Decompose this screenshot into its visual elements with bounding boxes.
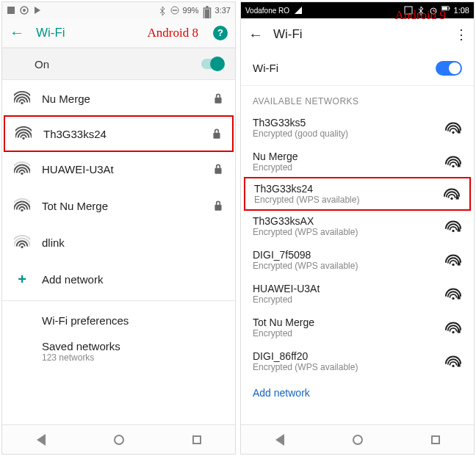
network-row[interactable]: Tot Nu Merge [2,187,235,224]
network-name: Tot Nu Merge [42,200,108,212]
plus-icon: + [14,271,30,288]
wifi-signal-icon [444,253,462,267]
svg-rect-0 [7,7,15,14]
add-network-label: Add network [42,273,103,286]
svg-rect-35 [458,330,461,333]
svg-point-22 [452,131,454,134]
nav-back-icon[interactable] [275,434,284,446]
network-row[interactable]: DIGI_86ff20Encrypted (WPS available) [241,344,474,378]
toggle-switch[interactable] [201,59,223,69]
bluetooth-icon [416,6,425,15]
network-name: DIGI_7f5098 [253,249,444,261]
svg-rect-9 [214,98,221,104]
network-name: DIGI_86ff20 [253,350,444,362]
lock-icon [212,128,222,140]
statusbar: 99% 3:37 [2,2,235,18]
network-subtitle: Encrypted [253,162,444,173]
appbar: ← Wi-Fi Android 8 ? [2,18,235,48]
svg-point-12 [21,173,23,175]
wifi-master-toggle-row[interactable]: Wi-Fi [241,51,474,86]
phone-android8: 99% 3:37 ← Wi-Fi Android 8 ? On Nu Merge… [1,1,236,455]
nav-recents-icon[interactable] [431,435,440,444]
wifi-signal-icon [444,354,462,369]
nfc-icon [404,6,413,15]
svg-point-32 [452,297,454,300]
wifi-signal-icon [444,120,462,135]
overflow-menu-icon[interactable]: ⋮ [455,26,466,43]
svg-rect-15 [214,205,221,211]
network-name: Th3G33ksAX [253,215,444,227]
notif-icon [7,6,15,15]
network-row[interactable]: Th3G33ks24 [4,115,234,152]
wifi-signal-icon [14,91,30,106]
nav-home-icon[interactable] [114,435,124,445]
statusbar: Vodafone RO 1:08 [241,2,474,18]
svg-rect-21 [441,7,447,10]
svg-rect-37 [458,364,461,367]
annotation-version: Android 8 [148,26,198,40]
wifi-signal-icon [15,126,32,141]
svg-rect-20 [449,7,450,10]
network-subtitle: Encrypted [253,294,444,305]
network-row[interactable]: Tot Nu MergeEncrypted [241,311,474,344]
signal-icon [294,6,303,15]
nav-recents-icon[interactable] [192,435,201,444]
svg-rect-11 [213,133,220,139]
svg-point-2 [23,9,26,12]
navbar [241,424,474,454]
nav-back-icon[interactable] [37,434,46,446]
svg-rect-27 [456,197,459,200]
network-name: Th3G33ks24 [43,128,107,140]
svg-rect-23 [458,131,461,134]
dnd-icon [170,6,179,15]
network-row[interactable]: Th3G33ks24Encrypted (WPS available) [244,177,471,211]
toggle-switch[interactable] [436,61,462,76]
svg-point-14 [21,209,23,211]
svg-point-26 [450,198,452,200]
network-row[interactable]: Nu Merge [2,80,235,117]
network-name: dlink [42,236,65,249]
wifi-on-label: On [35,58,49,70]
nav-home-icon[interactable] [353,435,363,445]
wifi-signal-icon [443,187,461,201]
back-arrow-icon[interactable]: ← [248,26,263,43]
network-subtitle: Encrypted (good quality) [253,129,444,139]
wifi-on-label: Wi-Fi [253,62,278,74]
svg-point-34 [452,331,454,333]
carrier-label: Vodafone RO [245,7,289,15]
back-arrow-icon[interactable]: ← [10,24,24,41]
svg-point-30 [452,264,454,266]
svg-point-36 [452,365,454,367]
clock: 1:08 [454,6,469,15]
network-name: HUAWEI-U3At [253,283,444,294]
network-subtitle: Encrypted (WPS available) [254,195,443,205]
phone-android9: Vodafone RO 1:08 ← Wi-Fi Android 9 ⋮ [240,1,475,455]
wifi-preferences[interactable]: Wi-Fi preferences [2,304,235,330]
network-subtitle: Encrypted [253,328,444,339]
help-icon[interactable]: ? [213,26,228,40]
wifi-signal-icon [444,219,462,234]
wifi-signal-icon [444,286,462,301]
add-network-button[interactable]: Add network [241,378,474,408]
network-row[interactable]: Th3G33ks5Encrypted (good quality) [241,111,474,145]
saved-networks[interactable]: Saved networks123 networks [2,330,235,366]
network-subtitle: Encrypted (WPS available) [253,227,444,237]
network-row[interactable]: DIGI_7f5098Encrypted (WPS available) [241,243,474,277]
svg-rect-29 [458,229,461,232]
network-row[interactable]: Nu MergeEncrypted [241,145,474,178]
network-row[interactable]: Th3G33ksAXEncrypted (WPS available) [241,209,474,243]
network-row[interactable]: HUAWEI-U3AtEncrypted [241,277,474,311]
wifi-signal-icon [14,162,30,176]
network-name: Nu Merge [42,93,90,105]
wifi-signal-icon [444,154,462,169]
network-row[interactable]: HUAWEI-U3At [2,151,235,187]
network-name: HUAWEI-U3At [42,163,114,175]
section-header: AVAILABLE NETWORKS [241,86,474,111]
lock-icon [213,200,223,211]
wifi-master-toggle-row[interactable]: On [2,48,235,80]
svg-point-28 [452,230,454,232]
add-network-button[interactable]: +Add network [2,261,235,297]
wifi-signal-icon [444,320,462,335]
network-row[interactable]: dlink [2,224,235,261]
wifi-signal-icon [14,198,30,213]
